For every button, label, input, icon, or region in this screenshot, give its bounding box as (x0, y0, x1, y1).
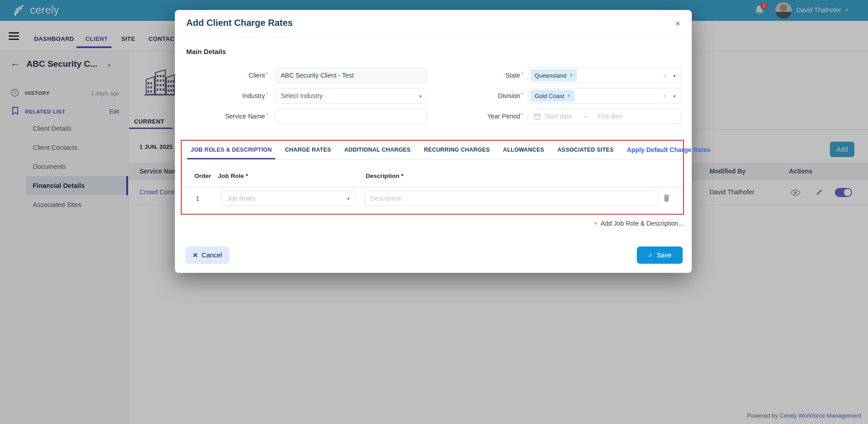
description-input[interactable] (365, 191, 658, 206)
apply-default-charge-rates-link[interactable]: Apply Default Charge Rates (627, 141, 718, 159)
date-range-separator: – (584, 113, 588, 120)
start-date-placeholder[interactable]: Start date (545, 113, 572, 120)
add-job-role-link[interactable]: +Add Job Role & Description... (594, 219, 684, 227)
dropdown-caret-icon: ▾ (347, 197, 349, 201)
dropdown-caret-icon: ▾ (419, 94, 422, 99)
save-button[interactable]: ✓ Save (637, 247, 683, 264)
required-mark: * (521, 92, 523, 98)
dropdown-caret-icon[interactable]: ▾ (673, 74, 675, 78)
service-name-input[interactable] (275, 109, 427, 123)
year-period-label: Year Period* (427, 113, 523, 120)
clear-field-icon[interactable]: × (663, 93, 666, 99)
industry-placeholder: Select Industry (275, 89, 427, 103)
modal-title: Add Client Charge Rates (186, 18, 293, 28)
add-client-charge-rates-modal: Add Client Charge Rates × Main Details C… (175, 10, 692, 273)
job-role-select[interactable]: Job Roles ▾ (221, 191, 355, 206)
required-mark: * (266, 71, 268, 78)
division-tag: Gold Coast × (531, 90, 575, 102)
tab-additional-charges[interactable]: ADDITIONAL CHARGES (344, 141, 411, 159)
end-date-placeholder[interactable]: End date (598, 113, 623, 120)
remove-tag-icon[interactable]: × (570, 72, 573, 79)
plus-icon: + (594, 219, 598, 227)
tab-job-roles-description[interactable]: JOB ROLES & DESCRIPTION (187, 141, 275, 159)
red-highlight-box: JOB ROLES & DESCRIPTION CHARGE RATES ADD… (181, 140, 684, 215)
col-description: Description * (366, 173, 403, 179)
delete-row-trash-icon[interactable] (663, 194, 670, 204)
check-icon: ✓ (648, 252, 653, 259)
modal-tabs: JOB ROLES & DESCRIPTION CHARGE RATES ADD… (182, 141, 683, 160)
tab-allowances[interactable]: ALLOWANCES (503, 141, 544, 159)
remove-tag-icon[interactable]: × (567, 93, 570, 99)
industry-select[interactable]: Select Industry ▾ (275, 88, 427, 104)
required-mark: * (266, 92, 268, 98)
dropdown-caret-icon[interactable]: ▾ (673, 94, 675, 99)
cancel-button[interactable]: ✕ Cancel (185, 247, 229, 264)
modal-close-icon[interactable]: × (671, 17, 684, 30)
state-tag: Queensland × (531, 69, 577, 81)
x-icon: ✕ (193, 251, 198, 259)
service-name-label: Service Name* (175, 113, 268, 120)
job-role-placeholder: Job Roles (222, 191, 355, 206)
required-mark: * (266, 112, 268, 118)
service-name-field[interactable] (275, 108, 427, 124)
client-label: Client* (175, 72, 268, 79)
col-job-role: Job Role * (218, 173, 248, 179)
job-table-divider (182, 187, 683, 187)
required-mark: * (521, 112, 523, 118)
col-order: Order (194, 173, 211, 179)
client-value: ABC Security Client - Test (275, 68, 427, 83)
division-label: Division* (427, 92, 523, 99)
division-multiselect[interactable]: Gold Coast × × ▾ (528, 88, 681, 104)
calendar-icon (534, 113, 541, 120)
tab-recurring-charges[interactable]: RECURRING CHARGES (424, 141, 490, 159)
state-multiselect[interactable]: Queensland × × ▾ (528, 68, 681, 83)
required-mark: * (521, 71, 523, 78)
industry-label: Industry* (175, 92, 268, 99)
tab-associated-sites[interactable]: ASSOCIATED SITES (557, 141, 614, 159)
clear-field-icon[interactable]: × (663, 72, 666, 79)
modal-header-divider (175, 37, 692, 38)
date-range: Start date – End date (528, 109, 681, 123)
state-label: State* (427, 72, 523, 79)
description-field (364, 191, 659, 206)
row-order-number: 1 (196, 195, 199, 202)
client-field: ABC Security Client - Test (275, 68, 427, 83)
tab-charge-rates[interactable]: CHARGE RATES (285, 141, 331, 159)
year-period-datepicker[interactable]: Start date – End date (528, 108, 681, 124)
main-details-heading: Main Details (186, 48, 226, 55)
